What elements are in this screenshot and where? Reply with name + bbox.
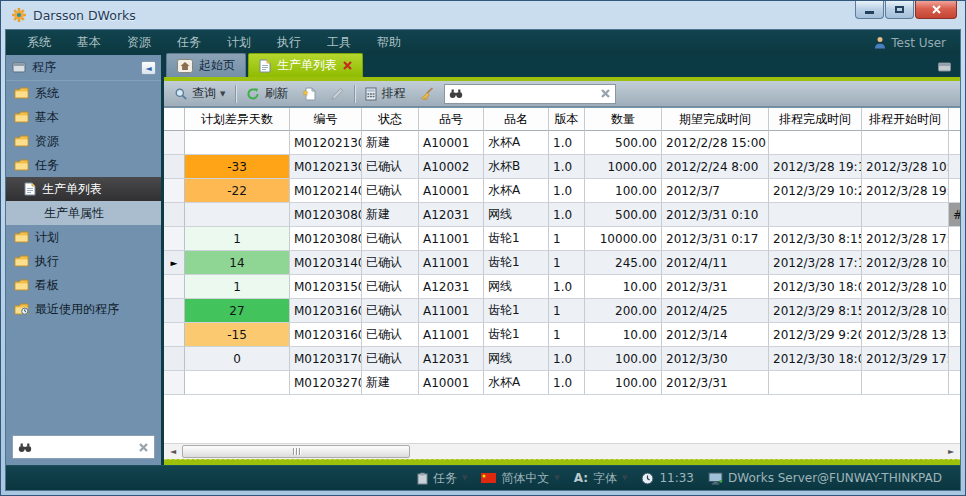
tab-label: 起始页 bbox=[199, 57, 235, 74]
clear-search-icon[interactable] bbox=[600, 88, 611, 99]
row-marker bbox=[164, 347, 185, 371]
table-row[interactable]: 1M012030802已确认A11001齿轮1110000.002012/3/3… bbox=[164, 227, 960, 251]
language-menu[interactable]: 简体中文 ▼ bbox=[481, 470, 559, 487]
close-icon bbox=[932, 5, 941, 14]
table-row[interactable]: M012032701新建A10001水杯A1.0100.002012/3/31 bbox=[164, 371, 960, 395]
close-tab-icon[interactable] bbox=[343, 61, 352, 70]
table-row[interactable]: -33M012021302已确认A10002水杯B1.01000.002012/… bbox=[164, 155, 960, 179]
folder-icon bbox=[14, 87, 29, 99]
table-row[interactable]: M012030801新建A12031网线1.0500.002012/3/31 0… bbox=[164, 203, 960, 227]
cell-name: 网线 bbox=[484, 347, 549, 371]
refresh-button[interactable]: 刷新 bbox=[242, 84, 292, 103]
table-row[interactable]: 27M012031601已确认A11001齿轮11200.002012/4/25… bbox=[164, 299, 960, 323]
menu-item-4[interactable]: 计划 bbox=[214, 34, 264, 51]
sidebar-item-5[interactable]: 生产单属性 bbox=[6, 201, 161, 225]
cell-no: M012031602 bbox=[290, 323, 362, 347]
cell-status: 新建 bbox=[362, 371, 419, 395]
menu-item-3[interactable]: 任务 bbox=[164, 34, 214, 51]
menu-item-2[interactable]: 资源 bbox=[114, 34, 164, 51]
column-header-sched_end[interactable]: 排程完成时间 bbox=[769, 108, 862, 131]
cell-diff: -15 bbox=[185, 323, 290, 347]
table-row[interactable]: 0M012031701已确认A12031网线1.0100.002012/3/30… bbox=[164, 347, 960, 371]
table-row[interactable]: -15M012031602已确认A11001齿轮1110.002012/3/14… bbox=[164, 323, 960, 347]
pencil-icon bbox=[330, 87, 344, 101]
sidebar-items: 系统基本资源任务生产单列表生产单属性计划执行看板最近使用的程序 bbox=[6, 81, 161, 321]
window-list-icon[interactable] bbox=[937, 60, 952, 72]
collapse-sidebar-button[interactable]: ◄ bbox=[141, 61, 156, 75]
cell-expect: 2012/4/25 bbox=[662, 299, 769, 323]
column-header-status[interactable]: 状态 bbox=[362, 108, 419, 131]
cell-ver: 1.0 bbox=[549, 371, 585, 395]
cell-sched_start: 2012/3/28 10:52 bbox=[862, 251, 949, 275]
clock-area: 11:33 bbox=[641, 471, 694, 485]
task-menu[interactable]: 任务 ▼ bbox=[417, 470, 467, 487]
menu-item-5[interactable]: 执行 bbox=[264, 34, 314, 51]
cell-expect: 2012/3/30 bbox=[662, 347, 769, 371]
column-header-expect[interactable]: 期望完成时间 bbox=[662, 108, 769, 131]
sidebar-item-label: 系统 bbox=[35, 85, 59, 102]
clean-button[interactable] bbox=[415, 86, 438, 102]
table-row[interactable]: -22M012021401已确认A10001水杯A1.0100.002012/3… bbox=[164, 179, 960, 203]
calculator-icon bbox=[365, 87, 377, 101]
cell-name: 水杯A bbox=[484, 179, 549, 203]
table-row[interactable]: M012021301新建A10001水杯A1.0500.002012/2/28 … bbox=[164, 131, 960, 155]
scroll-right-button[interactable]: ► bbox=[943, 445, 959, 459]
user-area[interactable]: Test User bbox=[874, 36, 946, 50]
cell-item: A11001 bbox=[419, 323, 484, 347]
server-name: DWorks Server@FUNWAY-THINKPAD bbox=[728, 471, 942, 485]
column-header-lead[interactable]: 前 bbox=[949, 108, 960, 131]
cell-diff bbox=[185, 131, 290, 155]
sidebar-item-7[interactable]: 执行 bbox=[6, 249, 161, 273]
user-icon bbox=[874, 36, 886, 49]
sidebar-item-6[interactable]: 计划 bbox=[6, 225, 161, 249]
scroll-thumb[interactable] bbox=[182, 445, 410, 458]
query-button[interactable]: 查询 ▼ bbox=[170, 84, 229, 103]
column-header-qty[interactable]: 数量 bbox=[585, 108, 662, 131]
column-header-sched_start[interactable]: 排程开始时间 bbox=[862, 108, 949, 131]
tab-1[interactable]: 生产单列表 bbox=[248, 53, 363, 77]
new-button[interactable] bbox=[298, 86, 320, 102]
tab-0[interactable]: 起始页 bbox=[166, 53, 246, 77]
schedule-button[interactable]: 排程 bbox=[361, 84, 409, 103]
column-header-no[interactable]: 编号 bbox=[290, 108, 362, 131]
cell-no: M012021302 bbox=[290, 155, 362, 179]
scroll-left-button[interactable]: ◄ bbox=[165, 445, 181, 459]
cell-item: A10001 bbox=[419, 371, 484, 395]
tab-label: 生产单列表 bbox=[277, 57, 337, 74]
maximize-button[interactable] bbox=[885, 1, 914, 19]
table-row[interactable]: 1M012031501已确认A12031网线1.010.002012/3/312… bbox=[164, 275, 960, 299]
clear-search-icon[interactable] bbox=[138, 442, 149, 453]
menu-item-6[interactable]: 工具 bbox=[314, 34, 364, 51]
edit-button[interactable] bbox=[326, 86, 348, 102]
sidebar-item-1[interactable]: 基本 bbox=[6, 105, 161, 129]
font-menu[interactable]: A: 字体 ▼ bbox=[574, 470, 628, 487]
menu-item-1[interactable]: 基本 bbox=[64, 34, 114, 51]
cell-status: 已确认 bbox=[362, 251, 419, 275]
column-header-ver[interactable]: 版本 bbox=[549, 108, 585, 131]
gear-icon bbox=[11, 7, 27, 23]
column-header-diff[interactable]: 计划差异天数 bbox=[185, 108, 290, 131]
sidebar-item-0[interactable]: 系统 bbox=[6, 81, 161, 105]
cell-sched_end: 2012/3/30 18:00 bbox=[769, 347, 862, 371]
cell-name: 齿轮1 bbox=[484, 299, 549, 323]
cell-ver: 1 bbox=[549, 227, 585, 251]
cell-expect: 2012/2/24 8:00 bbox=[662, 155, 769, 179]
minimize-button[interactable] bbox=[855, 1, 884, 19]
column-header-item[interactable]: 品号 bbox=[419, 108, 484, 131]
toolbar-search-input[interactable] bbox=[467, 87, 596, 101]
table-row[interactable]: ►14M012031402已确认A11001齿轮11245.002012/4/1… bbox=[164, 251, 960, 275]
menu-item-0[interactable]: 系统 bbox=[14, 34, 64, 51]
column-header-name[interactable]: 品名 bbox=[484, 108, 549, 131]
sidebar-item-9[interactable]: 最近使用的程序 bbox=[6, 297, 161, 321]
sidebar-search-input[interactable] bbox=[37, 440, 133, 454]
clock-icon bbox=[641, 472, 654, 485]
sidebar-item-4[interactable]: 生产单列表 bbox=[6, 177, 161, 201]
cell-qty: 10000.00 bbox=[585, 227, 662, 251]
sidebar-item-3[interactable]: 任务 bbox=[6, 153, 161, 177]
sidebar-item-8[interactable]: 看板 bbox=[6, 273, 161, 297]
folder-icon bbox=[14, 255, 29, 267]
menu-item-7[interactable]: 帮助 bbox=[364, 34, 414, 51]
sidebar-item-label: 执行 bbox=[35, 253, 59, 270]
close-button[interactable] bbox=[915, 1, 957, 19]
sidebar-item-2[interactable]: 资源 bbox=[6, 129, 161, 153]
